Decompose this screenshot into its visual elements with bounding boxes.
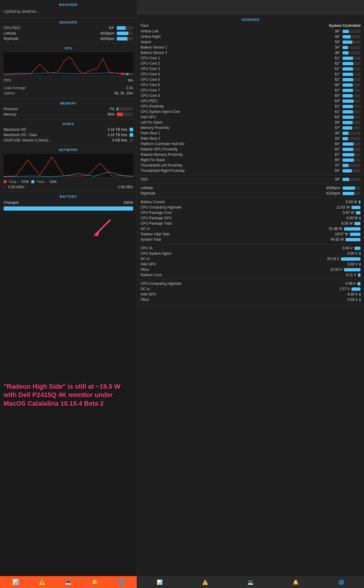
watt-bar-0 (359, 200, 360, 204)
temp-row-23: Radeon Memory Proximity 67° (141, 152, 360, 157)
temp-bar-13 (343, 99, 354, 103)
volt-value-0: 0.64 V (333, 246, 353, 250)
volt-row-3: Intel GPU 0.00 V (141, 262, 360, 267)
network-speeds: ↑ 0.50 KB/s ↓ 2.99 KB/s (0, 184, 137, 190)
battery-bar (4, 206, 133, 211)
ssd-group: SSD 39° (137, 175, 364, 184)
right-dock-icon-chart[interactable]: 📊 (157, 579, 163, 585)
temp-value-0: 38° (327, 29, 340, 33)
temp-bar-container-7 (343, 67, 360, 71)
volt-label-5: Radeon Core (141, 273, 337, 277)
temp-bar-21 (343, 142, 354, 146)
sensor-label-rightside: Rightside (4, 37, 94, 41)
right-dock-icon-globe[interactable]: 🌐 (338, 579, 344, 585)
temp-bar-11 (343, 89, 353, 92)
temp-bar-10 (343, 83, 353, 87)
temp-row-12: CPU Core 8 60° (141, 93, 360, 98)
watt-value-2: 5.87 W (335, 211, 354, 215)
watt-bar-4 (354, 222, 360, 225)
volt-bar-4 (344, 268, 360, 271)
temp-row-6: CPU Core 2 62° (141, 61, 360, 66)
disk-bar-macintosh-hd (130, 128, 133, 131)
cpu-section: CPU CPU 6% Load Average 2.31 Uptime (0, 43, 137, 99)
sensor-bar-leftside (117, 32, 133, 35)
fan-leftside-bar-container (343, 186, 360, 190)
temp-row-4: Battery Sensor 2 36° (141, 50, 360, 55)
watt-bar-7 (346, 238, 360, 241)
volt-bar-2 (341, 257, 360, 261)
temp-label-13: CPU PECI (141, 99, 327, 103)
temp-row-26: Thunderbolt Right Proximity 55° (141, 168, 360, 173)
dock-icon-terminal[interactable]: 💻 (65, 579, 71, 585)
fan-leftside-value: 4528rpm (326, 186, 340, 190)
dock-icon-bell[interactable]: 🔔 (91, 579, 98, 585)
temp-value-15: 61° (327, 110, 340, 114)
right-dock-icon-terminal[interactable]: 💻 (248, 579, 253, 585)
svg-line-6 (95, 220, 110, 235)
temp-value-18: 57° (327, 126, 340, 130)
disks-section: DISKS Macintosh HD 3.16 TB free Macintos… (0, 119, 137, 145)
memory-label: Memory (4, 112, 94, 116)
weather-header: WEATHER (4, 1, 133, 8)
disk-value-macintosh-hd-data: 3.16 TB free (103, 133, 127, 137)
temp-value-13: 63° (327, 99, 340, 103)
temp-bar-12 (343, 94, 353, 97)
right-panel: SENSORS Fans System Controlled Airflow L… (137, 0, 364, 588)
temp-bar-8 (343, 73, 353, 76)
sensor-bar-cpupeci (117, 26, 133, 30)
disk-value-osxfuse: 0 KB free (103, 138, 127, 142)
temp-label-18: Memory Proximity (141, 126, 327, 130)
watt-label-5: DC In (141, 227, 323, 231)
temp-value-11: 61° (327, 88, 340, 92)
amp-bar-2 (360, 293, 360, 296)
fan-rightside-label: Rightside (141, 191, 326, 195)
temp-label-14: CPU Proximity (141, 104, 327, 108)
svg-rect-2 (126, 73, 129, 75)
temp-label-16: Intel GPU (141, 115, 327, 119)
right-sensors-section: SENSORS Fans System Controlled Airflow L… (137, 15, 364, 175)
dock-icon-chart[interactable]: 📊 (12, 579, 19, 585)
watt-row-2: CPU Package Core 5.87 W (141, 210, 360, 215)
temp-label-10: CPU Core 6 (141, 83, 327, 87)
temp-row-25: Thunderbolt Left Proximity 37° (141, 163, 360, 168)
temp-bar-container-8 (343, 73, 360, 76)
watt-value-3: 0.00 W (338, 216, 358, 220)
amp-label-0: CPU Computing Highside (141, 281, 336, 286)
watt-row-1: CPU Computing Highside 12.62 W (141, 205, 360, 210)
watt-bar-5 (344, 227, 360, 231)
temp-bar-24 (343, 158, 354, 162)
fan-leftside-bar (343, 186, 355, 190)
temp-bar-1 (343, 35, 351, 38)
memory-header: MEMORY (0, 100, 137, 106)
svg-rect-0 (4, 52, 133, 76)
disk-label-macintosh-hd: Macintosh HD (4, 127, 103, 132)
fan-rightside-bar-container (343, 192, 360, 195)
dock-icon-warning[interactable]: ⚠️ (39, 579, 45, 585)
watt-row-5: DC In 51.88 W (141, 226, 360, 231)
temp-bar-5 (343, 57, 353, 60)
temp-bar-container-23 (343, 153, 360, 156)
temp-bar-container-5 (343, 57, 360, 60)
dock-icon-globe[interactable]: 🌐 (118, 579, 125, 585)
volt-label-3: Intel GPU (141, 262, 338, 266)
watt-value-4: 8.35 W (333, 221, 353, 225)
temp-value-2: 58° (327, 40, 340, 44)
temp-label-6: CPU Core 2 (141, 61, 327, 66)
memory-section: MEMORY Pressure 7% Memory 36% (0, 99, 137, 119)
watt-label-4: CPU Package Total (141, 221, 333, 225)
disk-value-macintosh-hd: 3.16 TB free (103, 127, 127, 132)
temp-value-1: 48° (327, 35, 340, 39)
volt-label-2: DC In (141, 257, 320, 261)
right-dock-icon-bell[interactable]: 🔔 (293, 579, 299, 585)
speed-down: 2.99 KB/s (118, 185, 133, 189)
temp-label-3: Battery Sensor 1 (141, 45, 327, 49)
temp-bar-container-13 (343, 99, 360, 103)
cpu-header: CPU (0, 45, 137, 51)
right-dock-icon-warning[interactable]: ⚠️ (202, 579, 208, 585)
volt-value-3: 0.00 V (338, 262, 358, 266)
temp-bar-container-20 (343, 137, 360, 140)
volt-value-2: 20.18 V (320, 257, 339, 261)
fan-rightside-bar (343, 192, 354, 195)
amp-value-3: 0.04 A (338, 298, 358, 302)
watt-label-0: Battery Current (141, 200, 338, 204)
